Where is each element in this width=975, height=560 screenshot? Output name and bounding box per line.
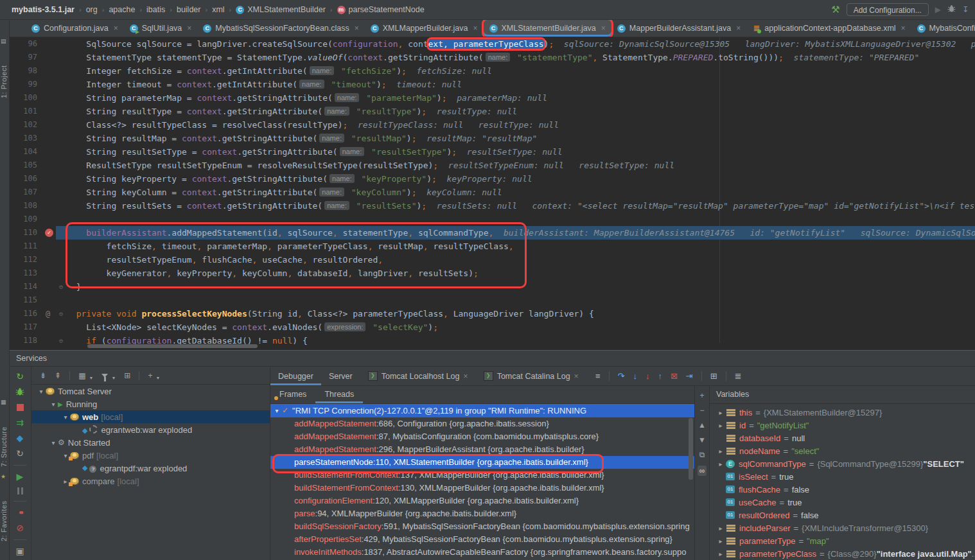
variable-row[interactable]: 01resultOrdered=false xyxy=(709,509,975,521)
close-icon[interactable]: × xyxy=(736,24,741,33)
variable-row[interactable]: 01isSelect=true xyxy=(709,470,975,483)
gutter[interactable] xyxy=(43,78,56,91)
tool-window-structure[interactable]: 7: Structure xyxy=(0,408,9,467)
debugger-tab-tomcat-localhost-log[interactable]: ❯Tomcat Localhost Log× xyxy=(360,367,476,385)
gutter[interactable] xyxy=(43,240,56,253)
stack-frame-row[interactable]: addMappedStatement:87, MybatisConfigurat… xyxy=(270,430,694,443)
variable-row[interactable]: ▸this={XMLStatementBuilder@15297} xyxy=(709,406,975,419)
fold-marker[interactable]: ⊖ xyxy=(56,334,66,347)
variable-row[interactable]: ▸parameterType="map" xyxy=(709,534,975,547)
gutter[interactable] xyxy=(43,145,56,159)
breadcrumb-item[interactable]: CXMLStatementBuilder xyxy=(236,5,326,14)
stack-frame-row[interactable]: invokeInitMethods:1837, AbstractAutowire… xyxy=(270,546,694,559)
stack-frame-row[interactable]: parseStatementNode:110, XMLStatementBuil… xyxy=(270,456,694,469)
add-configuration-button[interactable]: Add Configuration... xyxy=(847,3,929,16)
variable-row[interactable]: 01useCache=true xyxy=(709,496,975,509)
view-breakpoints-icon[interactable]: ●● xyxy=(19,508,21,518)
chevron-down-icon[interactable]: ▾ xyxy=(61,414,70,421)
close-icon[interactable]: × xyxy=(901,24,906,33)
close-icon[interactable]: × xyxy=(601,24,606,33)
breadcrumb-item[interactable]: ibatis xyxy=(146,5,165,14)
evaluate-icon[interactable]: ⊞ xyxy=(710,371,717,381)
breadcrumb-item[interactable]: builder xyxy=(177,5,201,14)
variable-row[interactable]: ▸includeParser={XMLIncludeTransformer@15… xyxy=(709,521,975,534)
tool-window-project[interactable]: 1: Project xyxy=(0,47,9,98)
stack-frame-row[interactable]: afterPropertiesSet:429, MybatisSqlSessio… xyxy=(270,533,694,546)
deploy-icon[interactable]: ⇉ xyxy=(16,418,24,428)
breadcrumb-item[interactable]: org xyxy=(86,5,98,14)
chevron-right-icon[interactable]: ▸ xyxy=(716,538,726,545)
show-watches-icon[interactable]: ∞ xyxy=(698,466,707,476)
debugger-tab-tomcat-catalina-log[interactable]: ❯Tomcat Catalina Log× xyxy=(476,367,586,385)
gutter[interactable] xyxy=(43,105,56,118)
editor-tab[interactable]: CMapperBuilderAssistant.java× xyxy=(611,20,746,37)
fold-marker[interactable]: ⊖ xyxy=(56,307,66,320)
tree-row-egrantweb-war-exploded[interactable]: ◆egrantweb:war exploded xyxy=(31,423,270,436)
breakpoint-icon[interactable]: ✓ xyxy=(45,229,53,237)
breadcrumb-item[interactable]: xml xyxy=(212,5,224,14)
mute-breakpoints-icon[interactable]: ⊘ xyxy=(16,523,24,533)
tree-row-not-started[interactable]: ▾⚙Not Started xyxy=(31,436,270,449)
stack-frame-row[interactable]: addMappedStatement:296, MapperBuilderAss… xyxy=(270,443,694,456)
editor-tab[interactable]: CMybatisConfiguration.class× xyxy=(911,20,975,37)
editor-horizontal-scrollbar[interactable] xyxy=(87,344,258,348)
gutter[interactable] xyxy=(43,91,56,105)
structure-icon[interactable]: ▦ xyxy=(1,399,6,405)
tree-row-egrantpdf-war-exploded[interactable]: ◆?egrantpdf:war exploded xyxy=(31,462,270,475)
step-into-icon[interactable]: ↓ xyxy=(633,371,637,381)
update-running-app-icon[interactable]: ↧ xyxy=(962,5,969,14)
stack-frame-row[interactable]: buildStatementFromContext:137, XMLMapper… xyxy=(270,469,694,482)
gutter[interactable] xyxy=(43,118,56,132)
drop-frame-icon[interactable]: ⊠ xyxy=(671,371,678,381)
tree-row-compare[interactable]: ▸compare[local] xyxy=(31,475,270,487)
expand-all-icon[interactable]: ⇟ xyxy=(40,371,46,380)
editor-tab[interactable]: ≣applicationContext-appDatabase.xml× xyxy=(746,20,911,37)
tool-window-favorites[interactable]: 2: Favorites xyxy=(0,482,9,541)
threads-view-icon[interactable]: ≡ xyxy=(595,371,601,381)
rerun-icon[interactable]: ↻ xyxy=(16,372,24,381)
editor-tab[interactable]: CSqlUtil.java× xyxy=(124,20,198,37)
chevron-down-icon[interactable]: ▾ xyxy=(272,404,282,417)
close-icon[interactable]: × xyxy=(114,24,118,33)
close-icon[interactable]: × xyxy=(463,372,468,381)
tree-row-tomcat-server[interactable]: ▾Tomcat Server xyxy=(31,385,270,398)
chevron-down-icon[interactable]: ▾ xyxy=(49,439,58,446)
layout-icon[interactable]: ≣ xyxy=(735,371,742,381)
copy-icon[interactable]: ⧉ xyxy=(699,451,705,459)
step-over-icon[interactable]: ↷ xyxy=(618,371,625,381)
add-watch-icon[interactable]: + xyxy=(699,392,704,399)
variable-row[interactable]: 01flushCache=false xyxy=(709,483,975,496)
tab-threads[interactable]: Threads xyxy=(315,385,363,403)
variable-row[interactable]: databaseId=null xyxy=(709,432,975,444)
debugger-tab-debugger[interactable]: Debugger xyxy=(270,367,321,385)
favorites-star-icon[interactable]: ★ xyxy=(1,473,6,480)
breadcrumb-item[interactable]: mybatis-3.5.1.jar xyxy=(12,5,75,14)
update-application-icon[interactable]: ◆ xyxy=(17,433,24,443)
chevron-down-icon[interactable]: ▾ xyxy=(49,401,58,408)
chevron-right-icon[interactable]: ▸ xyxy=(716,422,726,429)
close-icon[interactable]: × xyxy=(187,24,191,33)
tab-frames[interactable]: Frames xyxy=(270,385,315,403)
stack-frame-row[interactable]: buildSqlSessionFactory:591, MybatisSqlSe… xyxy=(270,520,694,533)
gutter[interactable]: ✓ xyxy=(43,226,56,240)
gutter[interactable] xyxy=(43,172,56,186)
tree-row-pdf[interactable]: ▾pdf[local] xyxy=(31,449,270,462)
gutter[interactable] xyxy=(43,267,56,280)
chevron-right-icon[interactable]: ▸ xyxy=(716,550,726,557)
pause-icon[interactable] xyxy=(17,487,23,494)
chevron-down-icon[interactable]: ▾ xyxy=(37,388,46,395)
editor-tab[interactable]: CConfiguration.java× xyxy=(26,20,124,37)
gutter[interactable] xyxy=(43,280,56,293)
gutter[interactable]: @ xyxy=(43,307,56,320)
variable-row[interactable]: ▸parameterTypeClass={Class@290} "interfa… xyxy=(709,547,975,560)
rerun-debug-icon[interactable] xyxy=(15,387,24,397)
chevron-right-icon[interactable]: ▸ xyxy=(716,409,726,416)
run-to-cursor-icon[interactable]: ⇥ xyxy=(686,371,693,381)
add-service-icon[interactable]: ⊞ xyxy=(124,371,130,380)
fold-marker[interactable]: ⊖ xyxy=(56,280,66,293)
breadcrumb-item[interactable]: mparseStatementNode xyxy=(337,5,425,14)
gutter[interactable] xyxy=(43,334,56,347)
editor-tab[interactable]: CMybatisSqlSessionFactoryBean.class× xyxy=(197,20,364,37)
stack-frame-row[interactable]: parse:94, XMLMapperBuilder {org.apache.i… xyxy=(270,507,694,520)
editor-tab[interactable]: CXMLMapperBuilder.java× xyxy=(365,20,484,37)
